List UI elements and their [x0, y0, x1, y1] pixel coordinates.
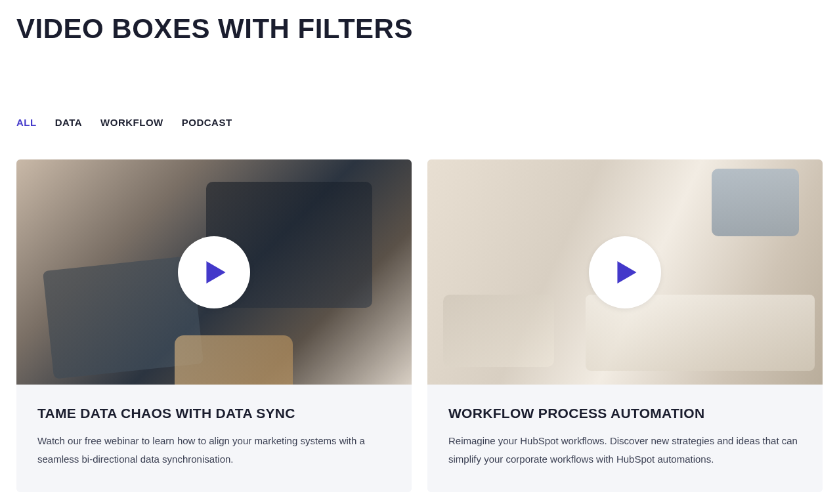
video-card-title: TAME DATA CHAOS WITH DATA SYNC [37, 406, 391, 421]
video-card: TAME DATA CHAOS WITH DATA SYNC Watch our… [16, 159, 412, 492]
play-button[interactable] [589, 236, 661, 308]
video-thumbnail[interactable] [427, 159, 823, 385]
filter-tabs: ALL DATA WORKFLOW PODCAST [16, 117, 823, 128]
video-card-description: Reimagine your HubSpot workflows. Discov… [448, 432, 802, 469]
video-card-body: TAME DATA CHAOS WITH DATA SYNC Watch our… [16, 385, 412, 492]
video-thumbnail[interactable] [16, 159, 412, 385]
play-icon [617, 261, 637, 284]
thumbnail-decoration [712, 169, 798, 236]
page-title: VIDEO BOXES WITH FILTERS [16, 13, 823, 45]
filter-tab-podcast[interactable]: PODCAST [182, 117, 232, 128]
video-card-title: WORKFLOW PROCESS AUTOMATION [448, 406, 802, 421]
filter-tab-all[interactable]: ALL [16, 117, 37, 128]
video-grid: TAME DATA CHAOS WITH DATA SYNC Watch our… [16, 159, 823, 492]
video-card: WORKFLOW PROCESS AUTOMATION Reimagine yo… [427, 159, 823, 492]
thumbnail-decoration [443, 295, 554, 367]
filter-tab-data[interactable]: DATA [55, 117, 82, 128]
play-icon [206, 261, 226, 284]
video-card-description: Watch our free webinar to learn how to a… [37, 432, 391, 469]
video-card-body: WORKFLOW PROCESS AUTOMATION Reimagine yo… [427, 385, 823, 492]
thumbnail-decoration [175, 335, 293, 385]
play-button[interactable] [178, 236, 250, 308]
filter-tab-workflow[interactable]: WORKFLOW [100, 117, 163, 128]
